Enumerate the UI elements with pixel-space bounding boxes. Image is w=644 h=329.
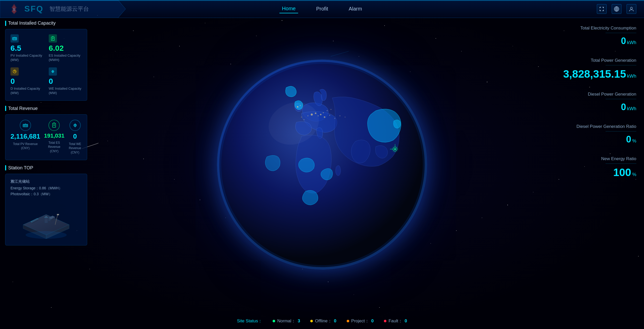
svg-point-112 bbox=[329, 115, 330, 116]
es-revenue-label: Total ES Revenue(CNY) bbox=[44, 141, 65, 153]
svg-point-40 bbox=[482, 218, 482, 218]
svg-point-50 bbox=[13, 282, 13, 282]
offline-dot bbox=[310, 320, 313, 322]
pv-icon bbox=[11, 34, 19, 43]
rev-es-icon bbox=[48, 120, 60, 131]
svg-point-12 bbox=[333, 41, 334, 41]
svg-point-4 bbox=[133, 30, 134, 31]
svg-point-9 bbox=[256, 36, 257, 36]
station-name: 雅江光储站 bbox=[11, 179, 82, 184]
diesel-gen-value: 0 bbox=[621, 102, 626, 112]
power-gen-label: Total Power Generation bbox=[539, 58, 636, 63]
power-gen-divider bbox=[606, 65, 636, 65]
rev-we-icon bbox=[69, 120, 81, 131]
new-energy-label: New Energy Ratio bbox=[539, 156, 636, 161]
svg-point-113 bbox=[334, 118, 335, 119]
diesel-ratio-stat: Diesel Power Generation Ratio 0 % bbox=[539, 124, 636, 145]
diesel-ratio-divider bbox=[606, 131, 636, 131]
svg-point-55 bbox=[638, 256, 639, 256]
nav-alarm[interactable]: Alarm bbox=[346, 5, 365, 13]
svg-rect-66 bbox=[13, 37, 17, 40]
left-panel: Total Installed Capacity bbox=[5, 20, 87, 251]
status-offline: Offline： 0 bbox=[310, 318, 336, 324]
svg-point-26 bbox=[107, 141, 108, 141]
diesel-gen-divider bbox=[606, 99, 636, 99]
site-status-label: Site Status： bbox=[237, 318, 262, 324]
we-revenue-value: 0 bbox=[73, 132, 77, 140]
electricity-consumption-stat: Total Electricity Consumption 0 kWh bbox=[539, 26, 636, 46]
diesel-gen-stat: Diesel Power Generation 0 kWh bbox=[539, 92, 636, 112]
power-gen-value: 3,828,315.15 bbox=[563, 68, 626, 80]
svg-point-6 bbox=[179, 46, 180, 46]
svg-point-38 bbox=[430, 243, 431, 243]
pv-revenue-value: 2,116,681 bbox=[11, 132, 40, 140]
svg-point-126 bbox=[394, 148, 396, 150]
d-value: 0 bbox=[11, 77, 44, 85]
svg-point-19 bbox=[512, 46, 513, 46]
svg-rect-101 bbox=[57, 214, 59, 215]
svg-point-29 bbox=[200, 200, 200, 200]
new-energy-value: 100 bbox=[613, 166, 631, 179]
svg-point-17 bbox=[461, 51, 462, 52]
svg-point-108 bbox=[320, 114, 321, 115]
fullscreen-button[interactable] bbox=[597, 4, 607, 14]
svg-point-115 bbox=[345, 117, 346, 118]
normal-label: Normal： bbox=[277, 318, 296, 324]
d-icon bbox=[11, 67, 19, 76]
svg-point-20 bbox=[538, 66, 539, 67]
globe-button[interactable] bbox=[612, 4, 621, 14]
svg-point-27 bbox=[143, 159, 144, 159]
diesel-ratio-value: 0 bbox=[626, 134, 631, 145]
main-nav: Home Profit Alarm bbox=[279, 4, 365, 13]
es-revenue-value: 191,031 bbox=[44, 132, 65, 139]
revenue-es: 191,031 Total ES Revenue(CNY) bbox=[44, 120, 65, 155]
project-label: Project： bbox=[351, 318, 369, 324]
revenue-we: 0 Total WE Revenue(CNY) bbox=[68, 120, 82, 155]
svg-point-52 bbox=[89, 269, 90, 269]
offline-label: Offline： bbox=[315, 318, 332, 324]
es-value: 6.02 bbox=[49, 44, 82, 52]
offline-count: 0 bbox=[334, 318, 336, 324]
diesel-gen-label: Diesel Power Generation bbox=[539, 92, 636, 97]
status-normal: Normal： 3 bbox=[273, 318, 300, 324]
svg-rect-79 bbox=[23, 124, 28, 127]
normal-dot bbox=[273, 320, 275, 322]
station-card: 雅江光储站 Energy Storage：0.86（MWH） Photovolt… bbox=[5, 174, 87, 245]
new-energy-ratio-stat: New Energy Ratio 100 % bbox=[539, 156, 636, 179]
nav-home[interactable]: Home bbox=[279, 4, 298, 13]
svg-point-16 bbox=[436, 38, 436, 39]
revenue-pv: 2,116,681 Total PV Revenue(CNY) bbox=[11, 120, 40, 155]
header-deco bbox=[0, 0, 128, 18]
svg-rect-98 bbox=[45, 218, 47, 223]
svg-point-18 bbox=[487, 82, 487, 82]
svg-rect-85 bbox=[53, 123, 56, 127]
electricity-value: 0 bbox=[621, 36, 626, 46]
svg-point-5 bbox=[154, 77, 154, 77]
pv-label: PV Installed Capacity(MW) bbox=[11, 54, 44, 62]
rev-pv-icon bbox=[20, 120, 31, 131]
capacity-we: 0 WE Installed Capacity(MW) bbox=[49, 67, 82, 95]
revenue-section-title: Total Revenue bbox=[5, 106, 87, 111]
diesel-ratio-unit: % bbox=[632, 138, 636, 144]
capacity-d: 0 D Installed Capacity(MW) bbox=[11, 67, 44, 95]
diesel-ratio-label: Diesel Power Generation Ratio bbox=[539, 124, 636, 129]
we-label: WE Installed Capacity(MW) bbox=[49, 87, 82, 95]
svg-point-13 bbox=[359, 56, 359, 57]
user-button[interactable] bbox=[627, 4, 636, 14]
header-icons bbox=[597, 4, 636, 14]
we-revenue-label: Total WE Revenue(CNY) bbox=[68, 142, 82, 155]
d-label: D Installed Capacity(MW) bbox=[11, 87, 44, 95]
electricity-unit: kWh bbox=[627, 40, 636, 45]
svg-point-3 bbox=[115, 51, 115, 51]
svg-point-36 bbox=[379, 307, 380, 308]
globe bbox=[217, 59, 427, 270]
svg-point-111 bbox=[324, 116, 325, 118]
capacity-card: 6.5 PV Installed Capacity(MW) bbox=[5, 29, 87, 101]
svg-point-121 bbox=[330, 109, 331, 110]
svg-point-102 bbox=[26, 231, 67, 239]
es-label: ES Installed Capacity(MWH) bbox=[49, 54, 82, 62]
power-gen-unit: kWh bbox=[627, 74, 636, 79]
nav-profit[interactable]: Profit bbox=[314, 5, 331, 13]
we-icon bbox=[49, 67, 57, 76]
svg-point-7 bbox=[205, 23, 205, 23]
